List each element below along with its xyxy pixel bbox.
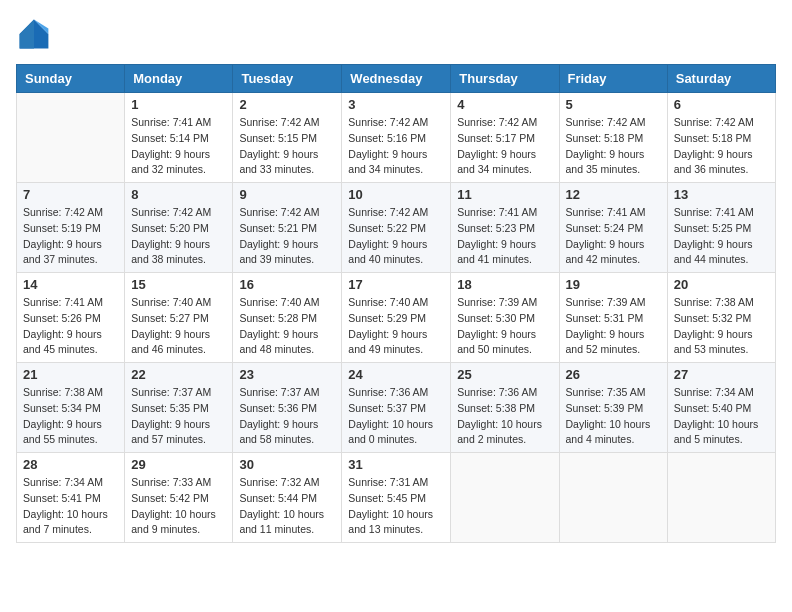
calendar-cell: 29Sunrise: 7:33 AMSunset: 5:42 PMDayligh… bbox=[125, 453, 233, 543]
calendar-table: SundayMondayTuesdayWednesdayThursdayFrid… bbox=[16, 64, 776, 543]
day-info: Sunrise: 7:42 AMSunset: 5:17 PMDaylight:… bbox=[457, 115, 552, 178]
day-number: 31 bbox=[348, 457, 444, 472]
week-row-5: 28Sunrise: 7:34 AMSunset: 5:41 PMDayligh… bbox=[17, 453, 776, 543]
day-info: Sunrise: 7:34 AMSunset: 5:41 PMDaylight:… bbox=[23, 475, 118, 538]
calendar-cell: 16Sunrise: 7:40 AMSunset: 5:28 PMDayligh… bbox=[233, 273, 342, 363]
day-info: Sunrise: 7:37 AMSunset: 5:36 PMDaylight:… bbox=[239, 385, 335, 448]
calendar-cell: 4Sunrise: 7:42 AMSunset: 5:17 PMDaylight… bbox=[451, 93, 559, 183]
calendar-cell: 30Sunrise: 7:32 AMSunset: 5:44 PMDayligh… bbox=[233, 453, 342, 543]
day-info: Sunrise: 7:42 AMSunset: 5:16 PMDaylight:… bbox=[348, 115, 444, 178]
svg-marker-2 bbox=[20, 20, 34, 49]
day-number: 7 bbox=[23, 187, 118, 202]
day-number: 22 bbox=[131, 367, 226, 382]
day-info: Sunrise: 7:36 AMSunset: 5:38 PMDaylight:… bbox=[457, 385, 552, 448]
day-number: 6 bbox=[674, 97, 769, 112]
page-header bbox=[16, 16, 776, 52]
day-number: 27 bbox=[674, 367, 769, 382]
day-number: 28 bbox=[23, 457, 118, 472]
calendar-cell: 12Sunrise: 7:41 AMSunset: 5:24 PMDayligh… bbox=[559, 183, 667, 273]
column-header-wednesday: Wednesday bbox=[342, 65, 451, 93]
column-header-saturday: Saturday bbox=[667, 65, 775, 93]
day-number: 19 bbox=[566, 277, 661, 292]
calendar-cell bbox=[559, 453, 667, 543]
calendar-cell: 7Sunrise: 7:42 AMSunset: 5:19 PMDaylight… bbox=[17, 183, 125, 273]
day-info: Sunrise: 7:40 AMSunset: 5:29 PMDaylight:… bbox=[348, 295, 444, 358]
day-info: Sunrise: 7:42 AMSunset: 5:21 PMDaylight:… bbox=[239, 205, 335, 268]
day-number: 3 bbox=[348, 97, 444, 112]
calendar-cell: 22Sunrise: 7:37 AMSunset: 5:35 PMDayligh… bbox=[125, 363, 233, 453]
calendar-cell: 9Sunrise: 7:42 AMSunset: 5:21 PMDaylight… bbox=[233, 183, 342, 273]
day-info: Sunrise: 7:42 AMSunset: 5:15 PMDaylight:… bbox=[239, 115, 335, 178]
calendar-cell: 26Sunrise: 7:35 AMSunset: 5:39 PMDayligh… bbox=[559, 363, 667, 453]
day-info: Sunrise: 7:37 AMSunset: 5:35 PMDaylight:… bbox=[131, 385, 226, 448]
calendar-cell: 23Sunrise: 7:37 AMSunset: 5:36 PMDayligh… bbox=[233, 363, 342, 453]
column-header-thursday: Thursday bbox=[451, 65, 559, 93]
day-number: 29 bbox=[131, 457, 226, 472]
calendar-cell: 6Sunrise: 7:42 AMSunset: 5:18 PMDaylight… bbox=[667, 93, 775, 183]
day-number: 20 bbox=[674, 277, 769, 292]
day-info: Sunrise: 7:40 AMSunset: 5:27 PMDaylight:… bbox=[131, 295, 226, 358]
calendar-cell: 10Sunrise: 7:42 AMSunset: 5:22 PMDayligh… bbox=[342, 183, 451, 273]
day-number: 10 bbox=[348, 187, 444, 202]
column-header-monday: Monday bbox=[125, 65, 233, 93]
day-number: 8 bbox=[131, 187, 226, 202]
calendar-cell: 8Sunrise: 7:42 AMSunset: 5:20 PMDaylight… bbox=[125, 183, 233, 273]
calendar-cell bbox=[17, 93, 125, 183]
day-info: Sunrise: 7:38 AMSunset: 5:34 PMDaylight:… bbox=[23, 385, 118, 448]
day-number: 9 bbox=[239, 187, 335, 202]
day-number: 11 bbox=[457, 187, 552, 202]
calendar-cell: 17Sunrise: 7:40 AMSunset: 5:29 PMDayligh… bbox=[342, 273, 451, 363]
day-number: 21 bbox=[23, 367, 118, 382]
day-info: Sunrise: 7:34 AMSunset: 5:40 PMDaylight:… bbox=[674, 385, 769, 448]
day-number: 17 bbox=[348, 277, 444, 292]
day-info: Sunrise: 7:35 AMSunset: 5:39 PMDaylight:… bbox=[566, 385, 661, 448]
calendar-cell: 18Sunrise: 7:39 AMSunset: 5:30 PMDayligh… bbox=[451, 273, 559, 363]
calendar-cell: 1Sunrise: 7:41 AMSunset: 5:14 PMDaylight… bbox=[125, 93, 233, 183]
day-info: Sunrise: 7:42 AMSunset: 5:18 PMDaylight:… bbox=[566, 115, 661, 178]
calendar-cell: 25Sunrise: 7:36 AMSunset: 5:38 PMDayligh… bbox=[451, 363, 559, 453]
day-number: 4 bbox=[457, 97, 552, 112]
day-number: 2 bbox=[239, 97, 335, 112]
week-row-4: 21Sunrise: 7:38 AMSunset: 5:34 PMDayligh… bbox=[17, 363, 776, 453]
week-row-1: 1Sunrise: 7:41 AMSunset: 5:14 PMDaylight… bbox=[17, 93, 776, 183]
calendar-cell: 28Sunrise: 7:34 AMSunset: 5:41 PMDayligh… bbox=[17, 453, 125, 543]
calendar-cell: 13Sunrise: 7:41 AMSunset: 5:25 PMDayligh… bbox=[667, 183, 775, 273]
day-number: 16 bbox=[239, 277, 335, 292]
calendar-cell: 21Sunrise: 7:38 AMSunset: 5:34 PMDayligh… bbox=[17, 363, 125, 453]
calendar-header-row: SundayMondayTuesdayWednesdayThursdayFrid… bbox=[17, 65, 776, 93]
column-header-tuesday: Tuesday bbox=[233, 65, 342, 93]
calendar-cell: 20Sunrise: 7:38 AMSunset: 5:32 PMDayligh… bbox=[667, 273, 775, 363]
calendar-cell: 5Sunrise: 7:42 AMSunset: 5:18 PMDaylight… bbox=[559, 93, 667, 183]
calendar-cell: 19Sunrise: 7:39 AMSunset: 5:31 PMDayligh… bbox=[559, 273, 667, 363]
day-info: Sunrise: 7:41 AMSunset: 5:14 PMDaylight:… bbox=[131, 115, 226, 178]
day-number: 12 bbox=[566, 187, 661, 202]
day-number: 18 bbox=[457, 277, 552, 292]
calendar-cell: 27Sunrise: 7:34 AMSunset: 5:40 PMDayligh… bbox=[667, 363, 775, 453]
calendar-cell: 31Sunrise: 7:31 AMSunset: 5:45 PMDayligh… bbox=[342, 453, 451, 543]
day-info: Sunrise: 7:41 AMSunset: 5:25 PMDaylight:… bbox=[674, 205, 769, 268]
day-number: 24 bbox=[348, 367, 444, 382]
calendar-cell: 24Sunrise: 7:36 AMSunset: 5:37 PMDayligh… bbox=[342, 363, 451, 453]
calendar-cell: 15Sunrise: 7:40 AMSunset: 5:27 PMDayligh… bbox=[125, 273, 233, 363]
day-info: Sunrise: 7:39 AMSunset: 5:30 PMDaylight:… bbox=[457, 295, 552, 358]
calendar-cell: 3Sunrise: 7:42 AMSunset: 5:16 PMDaylight… bbox=[342, 93, 451, 183]
day-info: Sunrise: 7:41 AMSunset: 5:24 PMDaylight:… bbox=[566, 205, 661, 268]
day-info: Sunrise: 7:42 AMSunset: 5:18 PMDaylight:… bbox=[674, 115, 769, 178]
day-info: Sunrise: 7:41 AMSunset: 5:23 PMDaylight:… bbox=[457, 205, 552, 268]
column-header-friday: Friday bbox=[559, 65, 667, 93]
calendar-cell: 2Sunrise: 7:42 AMSunset: 5:15 PMDaylight… bbox=[233, 93, 342, 183]
day-number: 15 bbox=[131, 277, 226, 292]
day-number: 13 bbox=[674, 187, 769, 202]
day-number: 25 bbox=[457, 367, 552, 382]
week-row-2: 7Sunrise: 7:42 AMSunset: 5:19 PMDaylight… bbox=[17, 183, 776, 273]
column-header-sunday: Sunday bbox=[17, 65, 125, 93]
day-info: Sunrise: 7:42 AMSunset: 5:20 PMDaylight:… bbox=[131, 205, 226, 268]
calendar-cell bbox=[451, 453, 559, 543]
day-number: 23 bbox=[239, 367, 335, 382]
day-number: 14 bbox=[23, 277, 118, 292]
day-info: Sunrise: 7:32 AMSunset: 5:44 PMDaylight:… bbox=[239, 475, 335, 538]
calendar-cell: 11Sunrise: 7:41 AMSunset: 5:23 PMDayligh… bbox=[451, 183, 559, 273]
logo bbox=[16, 16, 56, 52]
logo-icon bbox=[16, 16, 52, 52]
day-number: 5 bbox=[566, 97, 661, 112]
